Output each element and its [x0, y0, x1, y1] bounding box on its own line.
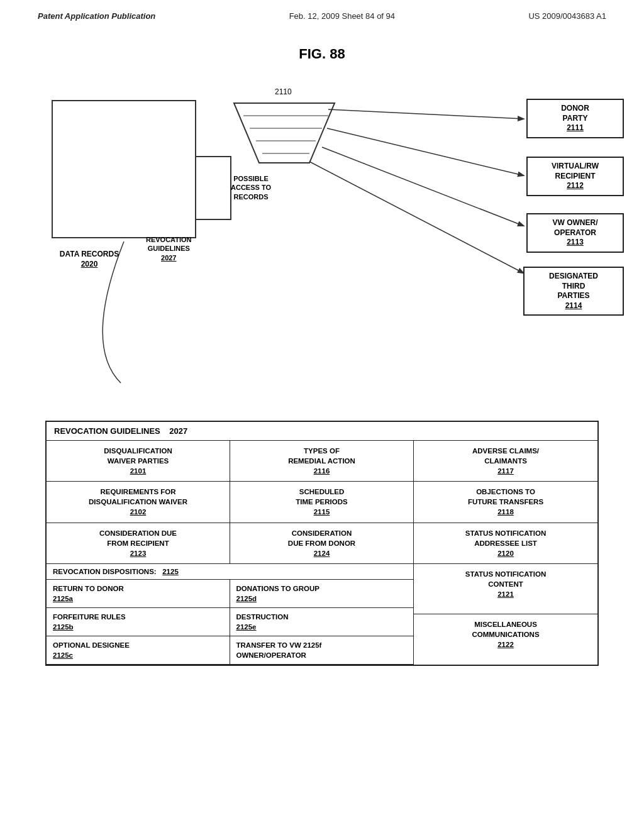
revocation-guidelines-table-main: REVOCATION GUIDELINES 2027 DISQUALIFICAT…	[45, 421, 599, 666]
cell-r1c1: DISQUALIFICATIONWAIVER PARTIES2101	[47, 441, 230, 482]
table-row4: REVOCATION DISPOSITIONS: 2125 RETURN TO …	[47, 564, 597, 665]
revoc-sub-row2: FORFEITURE RULES2125b DESTRUCTION2125e	[47, 608, 413, 636]
virtual-rw-box: VIRTUAL/RW RECIPIENT 2112	[526, 157, 624, 196]
cell-destruction: DESTRUCTION2125e	[230, 608, 414, 636]
revoc-sub-row1: RETURN TO DONOR2125a DONATIONS TO GROUP2…	[47, 580, 413, 608]
cell-donations-group: DONATIONS TO GROUP2125d	[230, 580, 414, 607]
cell-r3c2: CONSIDERATIONDUE FROM DONOR2124	[230, 523, 414, 564]
data-records-label: DATA RECORDS 2020	[52, 250, 127, 269]
page-header: Patent Application Publication Feb. 12, …	[0, 0, 644, 21]
donor-party-box: DONOR PARTY 2111	[526, 99, 624, 138]
cell-revoc-disp-header: REVOCATION DISPOSITIONS: 2125	[47, 564, 413, 580]
cell-forfeiture: FORFEITURE RULES2125b	[47, 608, 230, 636]
possible-access-label: POSSIBLEACCESS TORECORDS	[231, 174, 271, 201]
cell-optional-designee: OPTIONAL DESIGNEE2125c	[47, 636, 230, 664]
svg-line-17	[309, 162, 523, 273]
header-date-sheet: Feb. 12, 2009 Sheet 84 of 94	[289, 11, 395, 21]
table-main-header: REVOCATION GUIDELINES 2027	[47, 422, 597, 441]
header-publication: Patent Application Publication	[38, 11, 155, 21]
cell-transfer-vw: TRANSFER TO VW 2125fOWNER/OPERATOR	[230, 636, 414, 664]
table-row2: REQUIREMENTS FORDISQUALIFICATION WAIVER2…	[47, 482, 597, 523]
figure-title: FIG. 88	[0, 46, 644, 62]
cell-r2c3: OBJECTIONS TOFUTURE TRANSFERS2118	[414, 482, 597, 523]
table-row1: DISQUALIFICATIONWAIVER PARTIES2101 TYPES…	[47, 441, 597, 482]
table-row3: CONSIDERATION DUEFROM RECIPIENT2123 CONS…	[47, 523, 597, 564]
svg-line-15	[327, 128, 523, 175]
label-2110: 2110	[275, 87, 292, 96]
cell-r2c2: SCHEDULEDTIME PERIODS2115	[230, 482, 414, 523]
diagram-area: DATA RECORDS 2020 REVOCATIONGUIDELINES20…	[20, 81, 624, 414]
cell-status-notification-content: STATUS NOTIFICATIONCONTENT2121	[414, 564, 597, 614]
status-misc-col: STATUS NOTIFICATIONCONTENT2121 MISCELLAN…	[414, 564, 597, 665]
svg-line-16	[322, 147, 523, 226]
cell-r1c2: TYPES OFREMEDIAL ACTION2116	[230, 441, 414, 482]
cell-r1c3: ADVERSE CLAIMS/CLAIMANTS2117	[414, 441, 597, 482]
cell-r2c1: REQUIREMENTS FORDISQUALIFICATION WAIVER2…	[47, 482, 230, 523]
cell-return-donor: RETURN TO DONOR2125a	[47, 580, 230, 607]
data-records-box	[52, 100, 196, 238]
designated-parties-box: DESIGNATED THIRD PARTIES 2114	[523, 267, 624, 316]
vw-owner-box: VW OWNER/ OPERATOR 2113	[526, 213, 624, 253]
header-patent-number: US 2009/0043683 A1	[528, 11, 606, 21]
svg-line-14	[328, 109, 523, 119]
cell-r3c1: CONSIDERATION DUEFROM RECIPIENT2123	[47, 523, 230, 564]
revoc-sub-row3: OPTIONAL DESIGNEE2125c TRANSFER TO VW 21…	[47, 636, 413, 664]
cell-miscellaneous: MISCELLANEOUSCOMMUNICATIONS2122	[414, 614, 597, 665]
cell-r3c3: STATUS NOTIFICATIONADDRESSEE LIST2120	[414, 523, 597, 564]
revocation-guidelines-diagram-label: REVOCATIONGUIDELINES2027	[146, 235, 192, 262]
svg-marker-9	[234, 103, 335, 163]
